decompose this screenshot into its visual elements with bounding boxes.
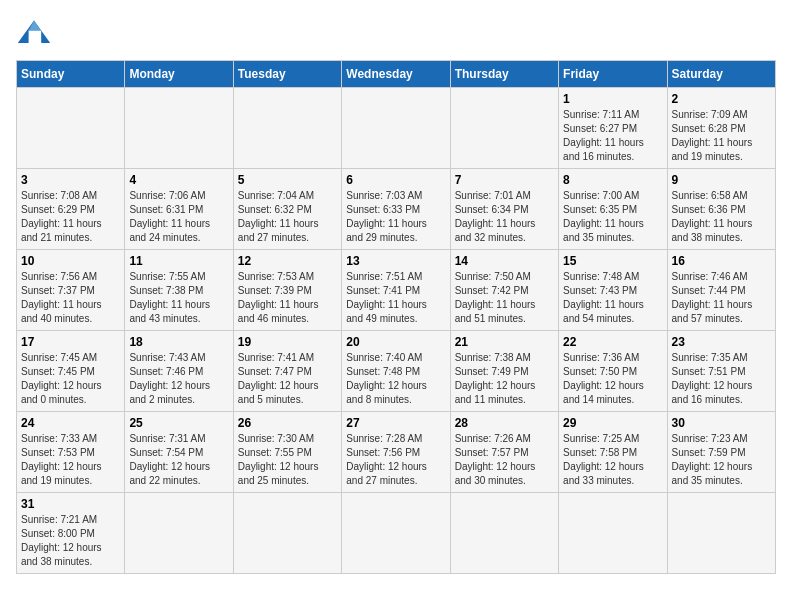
calendar-cell: 4Sunrise: 7:06 AM Sunset: 6:31 PM Daylig… bbox=[125, 169, 233, 250]
calendar-cell: 25Sunrise: 7:31 AM Sunset: 7:54 PM Dayli… bbox=[125, 412, 233, 493]
day-number: 23 bbox=[672, 335, 771, 349]
day-number: 16 bbox=[672, 254, 771, 268]
calendar-cell bbox=[559, 493, 667, 574]
day-info: Sunrise: 7:50 AM Sunset: 7:42 PM Dayligh… bbox=[455, 270, 554, 326]
calendar-cell: 2Sunrise: 7:09 AM Sunset: 6:28 PM Daylig… bbox=[667, 88, 775, 169]
page-header bbox=[16, 16, 776, 52]
calendar-cell: 19Sunrise: 7:41 AM Sunset: 7:47 PM Dayli… bbox=[233, 331, 341, 412]
day-info: Sunrise: 7:06 AM Sunset: 6:31 PM Dayligh… bbox=[129, 189, 228, 245]
calendar-cell: 9Sunrise: 6:58 AM Sunset: 6:36 PM Daylig… bbox=[667, 169, 775, 250]
calendar-cell: 15Sunrise: 7:48 AM Sunset: 7:43 PM Dayli… bbox=[559, 250, 667, 331]
calendar-week-row: 17Sunrise: 7:45 AM Sunset: 7:45 PM Dayli… bbox=[17, 331, 776, 412]
logo-icon bbox=[16, 16, 52, 52]
day-of-week-header: Tuesday bbox=[233, 61, 341, 88]
day-info: Sunrise: 7:35 AM Sunset: 7:51 PM Dayligh… bbox=[672, 351, 771, 407]
calendar-cell: 24Sunrise: 7:33 AM Sunset: 7:53 PM Dayli… bbox=[17, 412, 125, 493]
day-info: Sunrise: 7:09 AM Sunset: 6:28 PM Dayligh… bbox=[672, 108, 771, 164]
day-info: Sunrise: 7:00 AM Sunset: 6:35 PM Dayligh… bbox=[563, 189, 662, 245]
day-info: Sunrise: 7:08 AM Sunset: 6:29 PM Dayligh… bbox=[21, 189, 120, 245]
calendar-cell: 12Sunrise: 7:53 AM Sunset: 7:39 PM Dayli… bbox=[233, 250, 341, 331]
day-number: 3 bbox=[21, 173, 120, 187]
day-info: Sunrise: 7:23 AM Sunset: 7:59 PM Dayligh… bbox=[672, 432, 771, 488]
calendar-cell bbox=[233, 493, 341, 574]
calendar-cell: 8Sunrise: 7:00 AM Sunset: 6:35 PM Daylig… bbox=[559, 169, 667, 250]
calendar-cell: 26Sunrise: 7:30 AM Sunset: 7:55 PM Dayli… bbox=[233, 412, 341, 493]
calendar-cell: 14Sunrise: 7:50 AM Sunset: 7:42 PM Dayli… bbox=[450, 250, 558, 331]
calendar-cell bbox=[17, 88, 125, 169]
day-info: Sunrise: 7:43 AM Sunset: 7:46 PM Dayligh… bbox=[129, 351, 228, 407]
day-of-week-header: Wednesday bbox=[342, 61, 450, 88]
day-info: Sunrise: 7:11 AM Sunset: 6:27 PM Dayligh… bbox=[563, 108, 662, 164]
day-number: 12 bbox=[238, 254, 337, 268]
day-info: Sunrise: 7:56 AM Sunset: 7:37 PM Dayligh… bbox=[21, 270, 120, 326]
calendar-header-row: SundayMondayTuesdayWednesdayThursdayFrid… bbox=[17, 61, 776, 88]
calendar-cell: 21Sunrise: 7:38 AM Sunset: 7:49 PM Dayli… bbox=[450, 331, 558, 412]
day-number: 29 bbox=[563, 416, 662, 430]
day-number: 17 bbox=[21, 335, 120, 349]
day-number: 1 bbox=[563, 92, 662, 106]
day-info: Sunrise: 6:58 AM Sunset: 6:36 PM Dayligh… bbox=[672, 189, 771, 245]
day-number: 18 bbox=[129, 335, 228, 349]
day-number: 11 bbox=[129, 254, 228, 268]
calendar-cell bbox=[667, 493, 775, 574]
calendar-cell: 30Sunrise: 7:23 AM Sunset: 7:59 PM Dayli… bbox=[667, 412, 775, 493]
day-info: Sunrise: 7:04 AM Sunset: 6:32 PM Dayligh… bbox=[238, 189, 337, 245]
day-number: 2 bbox=[672, 92, 771, 106]
day-number: 21 bbox=[455, 335, 554, 349]
day-number: 22 bbox=[563, 335, 662, 349]
day-number: 4 bbox=[129, 173, 228, 187]
calendar-cell bbox=[450, 88, 558, 169]
day-number: 5 bbox=[238, 173, 337, 187]
day-number: 20 bbox=[346, 335, 445, 349]
calendar-cell: 6Sunrise: 7:03 AM Sunset: 6:33 PM Daylig… bbox=[342, 169, 450, 250]
day-info: Sunrise: 7:31 AM Sunset: 7:54 PM Dayligh… bbox=[129, 432, 228, 488]
calendar-cell: 11Sunrise: 7:55 AM Sunset: 7:38 PM Dayli… bbox=[125, 250, 233, 331]
calendar-cell bbox=[342, 493, 450, 574]
calendar-cell bbox=[125, 493, 233, 574]
day-info: Sunrise: 7:33 AM Sunset: 7:53 PM Dayligh… bbox=[21, 432, 120, 488]
day-info: Sunrise: 7:40 AM Sunset: 7:48 PM Dayligh… bbox=[346, 351, 445, 407]
logo bbox=[16, 16, 56, 52]
day-number: 30 bbox=[672, 416, 771, 430]
day-info: Sunrise: 7:51 AM Sunset: 7:41 PM Dayligh… bbox=[346, 270, 445, 326]
day-info: Sunrise: 7:30 AM Sunset: 7:55 PM Dayligh… bbox=[238, 432, 337, 488]
day-number: 27 bbox=[346, 416, 445, 430]
svg-marker-1 bbox=[29, 30, 42, 43]
calendar-week-row: 3Sunrise: 7:08 AM Sunset: 6:29 PM Daylig… bbox=[17, 169, 776, 250]
calendar-cell: 29Sunrise: 7:25 AM Sunset: 7:58 PM Dayli… bbox=[559, 412, 667, 493]
day-number: 6 bbox=[346, 173, 445, 187]
day-number: 15 bbox=[563, 254, 662, 268]
day-number: 25 bbox=[129, 416, 228, 430]
calendar-cell: 23Sunrise: 7:35 AM Sunset: 7:51 PM Dayli… bbox=[667, 331, 775, 412]
calendar-cell: 5Sunrise: 7:04 AM Sunset: 6:32 PM Daylig… bbox=[233, 169, 341, 250]
day-of-week-header: Saturday bbox=[667, 61, 775, 88]
calendar-week-row: 31Sunrise: 7:21 AM Sunset: 8:00 PM Dayli… bbox=[17, 493, 776, 574]
calendar-cell: 31Sunrise: 7:21 AM Sunset: 8:00 PM Dayli… bbox=[17, 493, 125, 574]
day-info: Sunrise: 7:53 AM Sunset: 7:39 PM Dayligh… bbox=[238, 270, 337, 326]
day-of-week-header: Sunday bbox=[17, 61, 125, 88]
day-info: Sunrise: 7:45 AM Sunset: 7:45 PM Dayligh… bbox=[21, 351, 120, 407]
day-info: Sunrise: 7:36 AM Sunset: 7:50 PM Dayligh… bbox=[563, 351, 662, 407]
day-of-week-header: Thursday bbox=[450, 61, 558, 88]
calendar-cell: 27Sunrise: 7:28 AM Sunset: 7:56 PM Dayli… bbox=[342, 412, 450, 493]
calendar-cell bbox=[450, 493, 558, 574]
calendar-cell: 22Sunrise: 7:36 AM Sunset: 7:50 PM Dayli… bbox=[559, 331, 667, 412]
day-of-week-header: Monday bbox=[125, 61, 233, 88]
day-info: Sunrise: 7:41 AM Sunset: 7:47 PM Dayligh… bbox=[238, 351, 337, 407]
day-number: 8 bbox=[563, 173, 662, 187]
day-number: 9 bbox=[672, 173, 771, 187]
calendar-cell bbox=[342, 88, 450, 169]
day-info: Sunrise: 7:48 AM Sunset: 7:43 PM Dayligh… bbox=[563, 270, 662, 326]
day-of-week-header: Friday bbox=[559, 61, 667, 88]
calendar-cell: 10Sunrise: 7:56 AM Sunset: 7:37 PM Dayli… bbox=[17, 250, 125, 331]
calendar-cell bbox=[233, 88, 341, 169]
day-info: Sunrise: 7:01 AM Sunset: 6:34 PM Dayligh… bbox=[455, 189, 554, 245]
calendar-cell: 13Sunrise: 7:51 AM Sunset: 7:41 PM Dayli… bbox=[342, 250, 450, 331]
day-info: Sunrise: 7:38 AM Sunset: 7:49 PM Dayligh… bbox=[455, 351, 554, 407]
day-number: 13 bbox=[346, 254, 445, 268]
calendar-table: SundayMondayTuesdayWednesdayThursdayFrid… bbox=[16, 60, 776, 574]
day-number: 19 bbox=[238, 335, 337, 349]
calendar-week-row: 24Sunrise: 7:33 AM Sunset: 7:53 PM Dayli… bbox=[17, 412, 776, 493]
calendar-week-row: 10Sunrise: 7:56 AM Sunset: 7:37 PM Dayli… bbox=[17, 250, 776, 331]
day-info: Sunrise: 7:55 AM Sunset: 7:38 PM Dayligh… bbox=[129, 270, 228, 326]
